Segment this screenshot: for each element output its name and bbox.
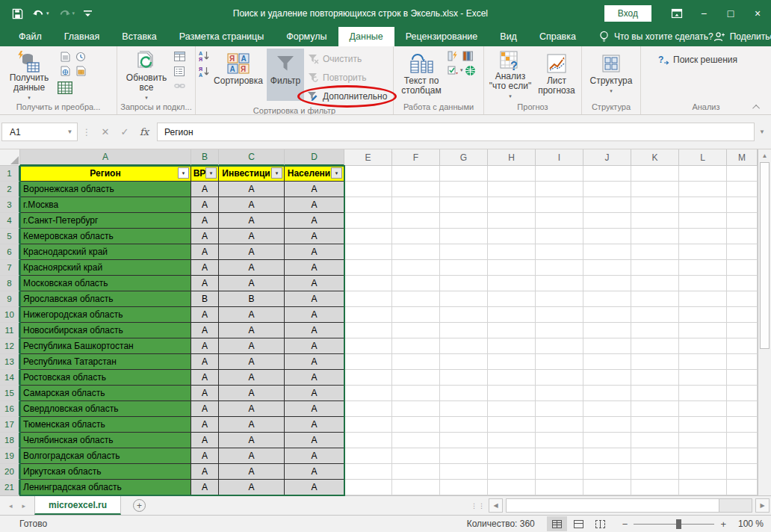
cell-h19[interactable]: [488, 448, 536, 464]
cell-a10[interactable]: Нижегородская область: [20, 307, 191, 323]
undo-dropdown-icon[interactable]: ▾: [46, 10, 49, 16]
cell-b18[interactable]: А: [191, 433, 219, 448]
cell-f7[interactable]: [392, 260, 440, 276]
cell-h1[interactable]: [488, 166, 536, 182]
cell-m18[interactable]: [727, 433, 758, 448]
cell-l14[interactable]: [679, 370, 727, 386]
cell-e16[interactable]: [344, 401, 392, 417]
from-text-icon[interactable]: [58, 50, 72, 64]
cell-i14[interactable]: [536, 370, 583, 386]
cell-a3[interactable]: г.Москва: [20, 197, 191, 213]
cell-d20[interactable]: А: [285, 464, 344, 480]
row-header-6[interactable]: 6: [0, 244, 20, 260]
cell-h10[interactable]: [488, 307, 536, 323]
cell-c8[interactable]: А: [219, 276, 285, 291]
cell-g6[interactable]: [440, 244, 488, 260]
tab-page-layout[interactable]: Разметка страницы: [168, 27, 275, 46]
formula-input[interactable]: Регион: [157, 123, 755, 141]
cell-d7[interactable]: А: [285, 260, 344, 276]
cell-d5[interactable]: А: [285, 229, 344, 244]
cell-i8[interactable]: [536, 276, 583, 291]
cell-h14[interactable]: [488, 370, 536, 386]
column-header-I[interactable]: I: [536, 149, 583, 166]
close-button[interactable]: ×: [744, 0, 771, 27]
sheet-nav-left-icon[interactable]: ◂: [9, 502, 13, 510]
cell-a1-region-header[interactable]: Регион▼: [20, 166, 191, 182]
cell-i13[interactable]: [536, 354, 583, 370]
forecast-sheet-button[interactable]: Лист прогноза: [534, 49, 579, 101]
cell-i16[interactable]: [536, 401, 583, 417]
cell-j2[interactable]: [583, 182, 631, 197]
cell-a12[interactable]: Республика Башкортостан: [20, 338, 191, 354]
cell-d11[interactable]: А: [285, 323, 344, 338]
cell-j16[interactable]: [583, 401, 631, 417]
maximize-button[interactable]: □: [717, 0, 744, 27]
filter-dropdown-button[interactable]: ▼: [331, 167, 342, 179]
cell-b16[interactable]: А: [191, 401, 219, 417]
row-header-13[interactable]: 13: [0, 354, 20, 370]
cell-g11[interactable]: [440, 323, 488, 338]
cell-l1[interactable]: [679, 166, 727, 182]
cell-c16[interactable]: А: [219, 401, 285, 417]
cell-k21[interactable]: [631, 480, 679, 495]
cell-k10[interactable]: [631, 307, 679, 323]
cell-e1[interactable]: [344, 166, 392, 182]
cell-d18[interactable]: А: [285, 433, 344, 448]
cell-e13[interactable]: [344, 354, 392, 370]
cell-m16[interactable]: [727, 401, 758, 417]
row-header-11[interactable]: 11: [0, 323, 20, 338]
cell-k11[interactable]: [631, 323, 679, 338]
cell-g15[interactable]: [440, 386, 488, 401]
vertical-scrollbar[interactable]: ▲: [758, 149, 771, 495]
cell-i6[interactable]: [536, 244, 583, 260]
cell-i21[interactable]: [536, 480, 583, 495]
cell-j6[interactable]: [583, 244, 631, 260]
cell-a9[interactable]: Ярославская область: [20, 291, 191, 307]
cell-e20[interactable]: [344, 464, 392, 480]
row-header-15[interactable]: 15: [0, 386, 20, 401]
cell-l19[interactable]: [679, 448, 727, 464]
cell-c18[interactable]: А: [219, 433, 285, 448]
cell-d3[interactable]: А: [285, 197, 344, 213]
row-header-3[interactable]: 3: [0, 197, 20, 213]
filter-dropdown-button[interactable]: ▼: [271, 167, 282, 179]
cell-i19[interactable]: [536, 448, 583, 464]
cell-h7[interactable]: [488, 260, 536, 276]
cell-h11[interactable]: [488, 323, 536, 338]
tab-data[interactable]: Данные: [338, 27, 394, 46]
cell-m5[interactable]: [727, 229, 758, 244]
cell-j7[interactable]: [583, 260, 631, 276]
cell-a13[interactable]: Республика Татарстан: [20, 354, 191, 370]
column-header-J[interactable]: J: [583, 149, 631, 166]
cell-l5[interactable]: [679, 229, 727, 244]
cell-k15[interactable]: [631, 386, 679, 401]
column-header-B[interactable]: B: [191, 149, 219, 166]
cell-l10[interactable]: [679, 307, 727, 323]
scrollbar-splitter[interactable]: ⋮⋮: [471, 502, 486, 510]
cell-a17[interactable]: Тюменская область: [20, 417, 191, 433]
cell-h5[interactable]: [488, 229, 536, 244]
cell-k7[interactable]: [631, 260, 679, 276]
filter-dropdown-button[interactable]: ▼: [178, 167, 189, 179]
cell-g8[interactable]: [440, 276, 488, 291]
cell-j1[interactable]: [583, 166, 631, 182]
column-header-D[interactable]: D: [285, 149, 344, 166]
cell-e12[interactable]: [344, 338, 392, 354]
cell-g14[interactable]: [440, 370, 488, 386]
cell-a19[interactable]: Волгоградская область: [20, 448, 191, 464]
cell-l15[interactable]: [679, 386, 727, 401]
cell-a7[interactable]: Красноярский край: [20, 260, 191, 276]
row-header-2[interactable]: 2: [0, 182, 20, 197]
tab-view[interactable]: Вид: [489, 27, 528, 46]
cell-k8[interactable]: [631, 276, 679, 291]
expand-formula-bar-icon[interactable]: ▼: [755, 129, 770, 135]
cell-c13[interactable]: А: [219, 354, 285, 370]
cell-m17[interactable]: [727, 417, 758, 433]
cell-j19[interactable]: [583, 448, 631, 464]
cell-e14[interactable]: [344, 370, 392, 386]
cell-b1-header[interactable]: ВР▼: [191, 166, 219, 182]
cell-i20[interactable]: [536, 464, 583, 480]
column-header-E[interactable]: E: [344, 149, 392, 166]
manage-data-model-icon[interactable]: [465, 64, 477, 76]
cell-m9[interactable]: [727, 291, 758, 307]
